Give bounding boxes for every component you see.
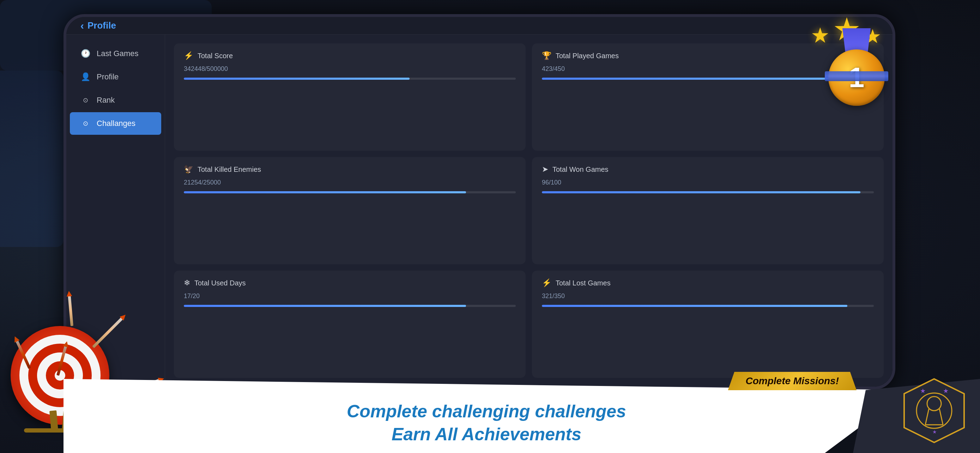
stat-total-score-value: 342448/500000 (184, 65, 516, 73)
stat-total-lost-progress-bg (542, 305, 874, 307)
banner-main-text-line2: Earn All Achievements (134, 423, 839, 446)
stat-total-played-progress-bg (542, 78, 874, 80)
chevron-left-icon: ‹ (80, 20, 84, 32)
challenges-icon: ⊙ (80, 119, 90, 129)
stat-total-score-progress-fill (184, 78, 410, 80)
stat-total-lost-title: Total Lost Games (555, 279, 611, 287)
stat-total-days-progress-bg (184, 305, 516, 307)
lost-icon: ⚡ (542, 278, 551, 288)
stat-total-lost-progress-fill (542, 305, 847, 307)
bottom-banner: Complete challenging challenges Earn All… (64, 368, 980, 453)
sidebar-item-last-games-label: Last Games (97, 49, 138, 58)
phone-frame: ‹ Profile 🕐 Last Games 👤 Profile ⊙ (64, 14, 895, 389)
svg-text:★: ★ (920, 387, 926, 394)
banner-text-container: Complete challenging challenges Earn All… (134, 400, 839, 446)
banner-gold-text: Complete Missions! (746, 375, 839, 386)
stat-total-days-progress-fill (184, 305, 466, 307)
stat-total-killed-progress-fill (184, 191, 466, 193)
killed-icon: 🦅 (184, 165, 193, 174)
clock-icon: 🕐 (80, 49, 90, 59)
stat-card-total-lost: ⚡ Total Lost Games 321/350 (532, 270, 884, 378)
banner-gold-label-container: Complete Missions! (728, 372, 856, 390)
stat-total-won-progress-bg (542, 191, 874, 193)
sidebar-item-rank-label: Rank (97, 95, 115, 105)
profile-title: Profile (88, 20, 116, 31)
stat-total-played-value: 423/450 (542, 65, 874, 73)
profile-icon: 👤 (80, 72, 90, 82)
stat-total-days-header: ❄ Total Used Days (184, 278, 516, 288)
sidebar-item-rank[interactable]: ⊙ Rank (70, 89, 161, 111)
bg-side-accent (0, 71, 64, 247)
rank-icon: ⊙ (80, 95, 90, 105)
top-bar: ‹ Profile (66, 17, 892, 35)
stat-total-killed-progress-bg (184, 191, 516, 193)
stat-card-total-won: ➤ Total Won Games 96/100 (532, 157, 884, 264)
days-icon: ❄ (184, 278, 190, 288)
stat-total-played-progress-fill (542, 78, 854, 80)
won-icon: ➤ (542, 165, 548, 174)
stat-total-days-title: Total Used Days (194, 279, 246, 287)
main-layout: 🕐 Last Games 👤 Profile ⊙ Rank ⊙ Challang… (66, 35, 892, 387)
stat-card-total-score: ⚡ Total Score 342448/500000 (174, 43, 526, 151)
stat-total-lost-header: ⚡ Total Lost Games (542, 278, 874, 288)
stat-total-killed-value: 21254/25000 (184, 179, 516, 186)
stat-total-played-header: 🏆 Total Played Games (542, 51, 874, 60)
stat-total-won-value: 96/100 (542, 179, 874, 186)
sidebar-item-profile-label: Profile (97, 72, 119, 81)
stat-total-won-title: Total Won Games (552, 165, 609, 173)
stat-card-total-killed: 🦅 Total Killed Enemies 21254/25000 (174, 157, 526, 264)
sidebar-item-profile[interactable]: 👤 Profile (70, 66, 161, 88)
medal-decoration: 1 (825, 28, 888, 106)
stat-total-score-header: ⚡ Total Score (184, 51, 516, 60)
sidebar-item-challenges[interactable]: ⊙ Challanges (70, 112, 161, 135)
stat-total-lost-value: 321/350 (542, 292, 874, 300)
stat-total-score-title: Total Score (197, 52, 233, 60)
stat-total-killed-title: Total Killed Enemies (197, 165, 261, 173)
played-icon: 🏆 (542, 51, 551, 60)
svg-text:★: ★ (932, 429, 937, 435)
profile-back-button[interactable]: ‹ Profile (80, 20, 116, 32)
stat-total-score-progress-bg (184, 78, 516, 80)
stat-total-killed-header: 🦅 Total Killed Enemies (184, 165, 516, 174)
stat-card-total-days: ❄ Total Used Days 17/20 (174, 270, 526, 378)
content-area: ⚡ Total Score 342448/500000 🏆 Total Play… (165, 35, 892, 387)
stat-total-won-header: ➤ Total Won Games (542, 165, 874, 174)
stat-total-won-progress-fill (542, 191, 861, 193)
achievement-hex-icon: ★ ★ ★ (899, 375, 969, 446)
sidebar-item-last-games[interactable]: 🕐 Last Games (70, 42, 161, 65)
stat-total-played-title: Total Played Games (555, 52, 619, 60)
sidebar-item-challenges-label: Challanges (97, 119, 135, 128)
phone-screen: ‹ Profile 🕐 Last Games 👤 Profile ⊙ (66, 17, 892, 387)
score-icon: ⚡ (184, 51, 193, 60)
banner-main-text-line1: Complete challenging challenges (134, 400, 839, 423)
svg-text:★: ★ (943, 387, 948, 394)
stat-total-days-value: 17/20 (184, 292, 516, 300)
